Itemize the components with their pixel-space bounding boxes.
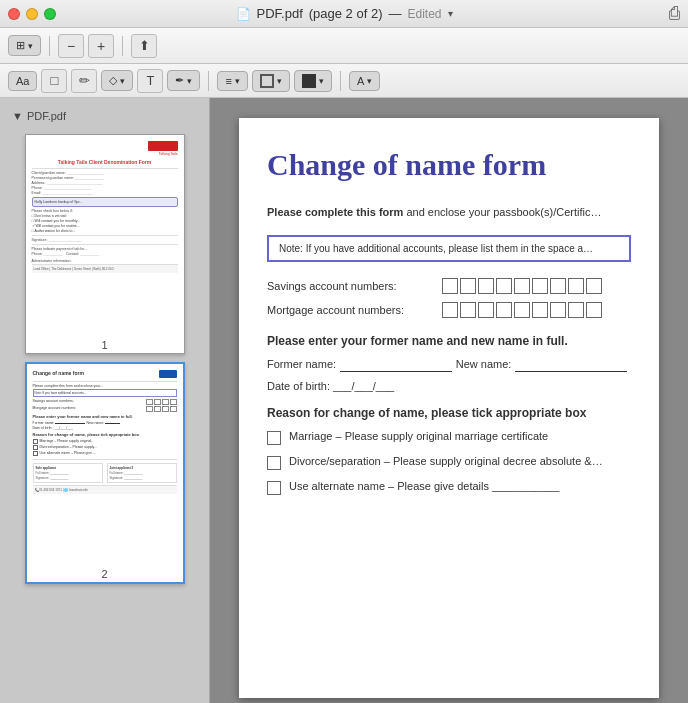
mortgage-box-5[interactable] <box>514 302 530 318</box>
sidebar-toggle-btn[interactable]: ⊞ ▾ <box>8 35 41 56</box>
thumb-content-1: Talking Tails Talking Tails Client Denom… <box>26 135 184 335</box>
zoom-out-icon: − <box>67 38 75 54</box>
shapes-btn[interactable]: ◇ ▾ <box>101 70 133 91</box>
savings-box-1[interactable] <box>442 278 458 294</box>
chevron-down-icon: ▾ <box>448 8 453 19</box>
pencil-icon: ✏ <box>79 73 90 88</box>
sidebar-chevron-icon: ▼ <box>12 110 23 122</box>
mortgage-box-8[interactable] <box>568 302 584 318</box>
traffic-lights <box>8 8 56 20</box>
toolbar-1: ⊞ ▾ − + ⬆ <box>0 28 688 64</box>
former-name-input[interactable] <box>340 356 452 372</box>
shapes-icon: ◇ <box>109 74 117 87</box>
zoom-in-btn[interactable]: + <box>88 34 114 58</box>
share-icon[interactable]: ⎙ <box>669 3 680 24</box>
text-color-icon: A <box>357 75 364 87</box>
content-area: Change of name form Please complete this… <box>210 98 688 703</box>
minimize-button[interactable] <box>26 8 38 20</box>
savings-box-5[interactable] <box>514 278 530 294</box>
mortgage-label: Mortgage account numbers: <box>267 304 442 316</box>
dob-row: Date of birth: ___/___/___ <box>267 380 631 392</box>
reason-text-2: Divorce/separation – Please supply origi… <box>289 455 603 467</box>
form-title: Change of name form <box>267 148 631 182</box>
pdf-page: Change of name form Please complete this… <box>239 118 659 698</box>
toolbar-2: Aa □ ✏ ◇ ▾ T ✒ ▾ ≡ ▾ ▾ ▾ A ▾ <box>0 64 688 98</box>
name-section: Please enter your former name and new na… <box>267 334 631 392</box>
divider-2 <box>122 36 123 56</box>
text-color-btn[interactable]: A ▾ <box>349 71 380 91</box>
savings-box-9[interactable] <box>586 278 602 294</box>
sidebar-toggle-icon: ⊞ <box>16 39 25 52</box>
savings-box-6[interactable] <box>532 278 548 294</box>
complete-rest: and enclose your passbook(s)/Certific… <box>406 206 601 218</box>
page-thumbnail-1[interactable]: Talking Tails Talking Tails Client Denom… <box>25 134 185 354</box>
lines-icon: ≡ <box>225 75 231 87</box>
text-box-icon: □ <box>51 73 59 88</box>
title-bar: 📄 PDF.pdf (page 2 of 2) — Edited ▾ ⎙ <box>0 0 688 28</box>
close-button[interactable] <box>8 8 20 20</box>
zoom-in-icon: + <box>97 38 105 54</box>
thumb2-logo <box>159 370 177 378</box>
lines-btn[interactable]: ≡ ▾ <box>217 71 247 91</box>
text-box-btn[interactable]: □ <box>41 69 67 93</box>
reason-text-3: Use alternate name – Please give details… <box>289 480 559 492</box>
reason-text-1: Marriage – Please supply original marria… <box>289 430 548 442</box>
main-area: ▼ PDF.pdf Talking Tails Talking Tails Cl… <box>0 98 688 703</box>
chevron-down-icon: ▾ <box>187 76 192 86</box>
share-icon: ⬆ <box>139 38 150 53</box>
border-box-icon <box>260 74 274 88</box>
chevron-down-icon: ▾ <box>120 76 125 86</box>
thumb2-header: Change of name form <box>33 370 177 378</box>
reason-item-2: Divorce/separation – Please supply origi… <box>267 455 631 470</box>
share-btn[interactable]: ⬆ <box>131 34 157 58</box>
savings-box-4[interactable] <box>496 278 512 294</box>
mortgage-box-3[interactable] <box>478 302 494 318</box>
maximize-button[interactable] <box>44 8 56 20</box>
thumb-logo-area: Talking Tails <box>32 141 178 156</box>
note-box: Note: If you have additional accounts, p… <box>267 235 631 262</box>
title-bar-center: 📄 PDF.pdf (page 2 of 2) — Edited ▾ <box>236 6 453 21</box>
mortgage-box-2[interactable] <box>460 302 476 318</box>
page-info: (page 2 of 2) <box>309 6 383 21</box>
chevron-down-icon: ▾ <box>277 76 282 86</box>
reason-checkbox-2[interactable] <box>267 456 281 470</box>
mortgage-box-4[interactable] <box>496 302 512 318</box>
account-section: Savings account numbers: Mortgage <box>267 278 631 318</box>
savings-row: Savings account numbers: <box>267 278 631 294</box>
chevron-down-icon: ▾ <box>235 76 240 86</box>
reason-header: Reason for change of name, please tick a… <box>267 406 631 420</box>
divider-4 <box>340 71 341 91</box>
text-insert-icon: T <box>146 73 154 88</box>
reason-section: Reason for change of name, please tick a… <box>267 406 631 495</box>
reason-checkbox-3[interactable] <box>267 481 281 495</box>
border-box-btn[interactable]: ▾ <box>252 70 290 92</box>
color-box-btn[interactable]: ▾ <box>294 70 332 92</box>
complete-bold: Please complete this form <box>267 206 403 218</box>
new-name-input[interactable] <box>515 356 627 372</box>
sidebar: ▼ PDF.pdf Talking Tails Talking Tails Cl… <box>0 98 210 703</box>
font-btn[interactable]: Aa <box>8 71 37 91</box>
chevron-down-icon: ▾ <box>367 76 372 86</box>
savings-label: Savings account numbers: <box>267 280 442 292</box>
page-thumbnail-2[interactable]: Change of name form Please complete this… <box>25 362 185 584</box>
chevron-down-icon: ▾ <box>28 41 33 51</box>
reason-checkbox-1[interactable] <box>267 431 281 445</box>
complete-section: Please complete this form and enclose yo… <box>267 202 631 221</box>
chevron-down-icon: ▾ <box>319 76 324 86</box>
savings-box-2[interactable] <box>460 278 476 294</box>
mortgage-box-9[interactable] <box>586 302 602 318</box>
pencil-btn[interactable]: ✏ <box>71 69 97 93</box>
savings-box-7[interactable] <box>550 278 566 294</box>
savings-box-3[interactable] <box>478 278 494 294</box>
text-insert-btn[interactable]: T <box>137 69 163 93</box>
mortgage-box-6[interactable] <box>532 302 548 318</box>
mortgage-box-1[interactable] <box>442 302 458 318</box>
name-header: Please enter your former name and new na… <box>267 334 631 348</box>
mortgage-boxes <box>442 302 602 318</box>
sign-btn[interactable]: ✒ ▾ <box>167 70 200 91</box>
savings-box-8[interactable] <box>568 278 584 294</box>
new-name-label: New name: <box>456 358 512 370</box>
mortgage-box-7[interactable] <box>550 302 566 318</box>
note-text: Note: If you have additional accounts, p… <box>279 243 593 254</box>
zoom-out-btn[interactable]: − <box>58 34 84 58</box>
